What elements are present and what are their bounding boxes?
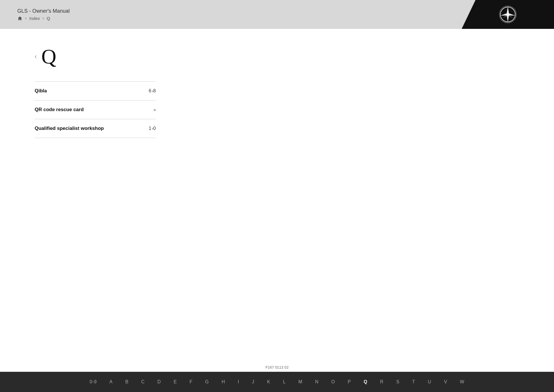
manual-title: GLS - Owner's Manual bbox=[17, 8, 70, 14]
bottom-nav-item-r[interactable]: R bbox=[374, 372, 390, 392]
bottom-nav-item-b[interactable]: B bbox=[119, 372, 135, 392]
bottom-nav-item-o[interactable]: O bbox=[325, 372, 341, 392]
bottom-nav-item-q[interactable]: Q bbox=[357, 372, 374, 392]
header: GLS - Owner's Manual > Index > Q bbox=[0, 0, 554, 29]
index-entries-list: Qibla 6›8 QR code rescue card » Qualifie… bbox=[35, 81, 156, 138]
bottom-nav-item-g[interactable]: G bbox=[199, 372, 215, 392]
section-header: ‹ Q bbox=[35, 46, 202, 67]
bottom-nav-item-f[interactable]: F bbox=[183, 372, 199, 392]
mercedes-logo-area bbox=[462, 0, 554, 29]
bottom-nav-item-m[interactable]: M bbox=[292, 372, 309, 392]
index-entry-qibla[interactable]: Qibla 6›8 bbox=[35, 81, 156, 100]
bottom-nav-item-d[interactable]: D bbox=[151, 372, 167, 392]
bottom-nav-item-s[interactable]: S bbox=[390, 372, 406, 392]
bottom-nav-item-w[interactable]: W bbox=[454, 372, 471, 392]
bottom-nav-item-0-9[interactable]: 0-9 bbox=[83, 372, 103, 392]
breadcrumb-current: Q bbox=[47, 16, 50, 21]
breadcrumb-sep-1: > bbox=[25, 16, 27, 20]
bottom-nav-item-v[interactable]: V bbox=[438, 372, 454, 392]
section-letter: Q bbox=[41, 46, 56, 67]
bottom-nav-item-k[interactable]: K bbox=[261, 372, 277, 392]
bottom-nav-item-e[interactable]: E bbox=[167, 372, 183, 392]
entry-label-qualified-workshop: Qualified specialist workshop bbox=[35, 126, 104, 131]
document-number: F167 0113 02 bbox=[265, 365, 289, 369]
entry-arrow-qr-code: » bbox=[154, 107, 156, 112]
svg-point-5 bbox=[507, 13, 509, 16]
index-entry-qr-code[interactable]: QR code rescue card » bbox=[35, 100, 156, 119]
bottom-nav-item-t[interactable]: T bbox=[406, 372, 421, 392]
breadcrumb-sep-2: > bbox=[42, 16, 44, 20]
home-icon[interactable] bbox=[17, 16, 23, 21]
entry-page-qualified-workshop: 1›0 bbox=[149, 126, 156, 131]
bottom-nav-item-c[interactable]: C bbox=[135, 372, 151, 392]
main-content: ‹ Q Qibla 6›8 QR code rescue card » Qual… bbox=[0, 29, 202, 173]
breadcrumb-index[interactable]: Index bbox=[29, 16, 40, 21]
bottom-nav-item-i[interactable]: I bbox=[231, 372, 246, 392]
bottom-nav-item-a[interactable]: A bbox=[103, 372, 119, 392]
bottom-nav-item-l[interactable]: L bbox=[277, 372, 292, 392]
bottom-nav-item-n[interactable]: N bbox=[309, 372, 325, 392]
entry-page-qibla: 6›8 bbox=[149, 88, 156, 94]
bottom-nav-item-u[interactable]: U bbox=[422, 372, 438, 392]
entry-label-qibla: Qibla bbox=[35, 88, 47, 94]
bottom-nav-bar: 0-9ABCDEFGHIJKLMNOPQRSTUVW bbox=[0, 372, 554, 392]
back-arrow-icon[interactable]: ‹ bbox=[35, 53, 37, 60]
index-entry-qualified-workshop[interactable]: Qualified specialist workshop 1›0 bbox=[35, 119, 156, 138]
bottom-nav-item-j[interactable]: J bbox=[246, 372, 261, 392]
entry-label-qr-code: QR code rescue card bbox=[35, 107, 84, 113]
bottom-nav-item-h[interactable]: H bbox=[215, 372, 231, 392]
entry-page-qr-code: » bbox=[153, 107, 156, 112]
bottom-nav-item-p[interactable]: P bbox=[341, 372, 357, 392]
header-left: GLS - Owner's Manual > Index > Q bbox=[17, 8, 70, 21]
breadcrumb: > Index > Q bbox=[17, 16, 70, 21]
mercedes-star-icon bbox=[499, 5, 517, 24]
